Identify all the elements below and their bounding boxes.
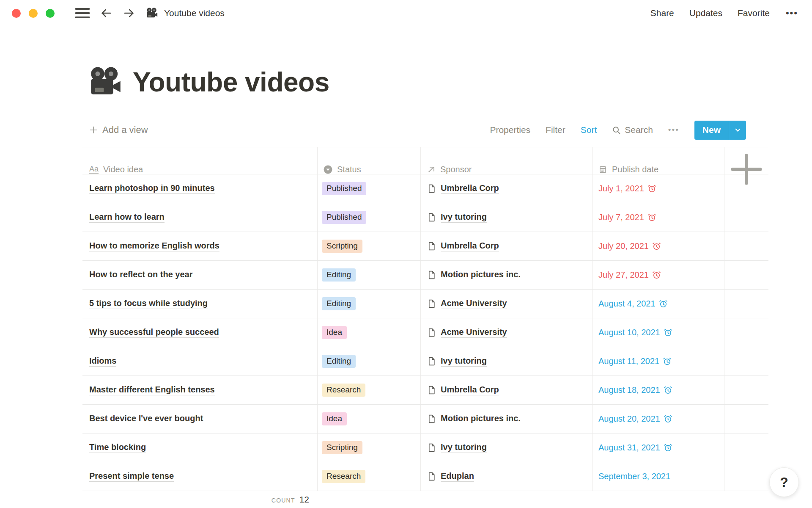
traffic-light-zoom[interactable] (46, 9, 55, 18)
sponsor-link[interactable]: Motion pictures inc. (441, 414, 521, 424)
status-cell[interactable]: Research (318, 376, 421, 404)
new-dropdown-button[interactable] (729, 121, 746, 140)
view-more-options-icon[interactable]: ••• (668, 125, 679, 135)
video-idea-link[interactable]: Present simple tense (89, 471, 174, 482)
updates-button[interactable]: Updates (689, 8, 722, 18)
empty-cell (724, 405, 768, 433)
sponsor-cell[interactable]: Acme University (421, 290, 593, 318)
sponsor-link[interactable]: Umbrella Corp (441, 241, 499, 251)
video-idea-link[interactable]: How to reflect on the year (89, 270, 193, 280)
row-count[interactable]: COUNT 12 (82, 494, 318, 505)
help-button[interactable]: ? (769, 467, 799, 497)
video-idea-cell[interactable]: Present simple tense (82, 462, 318, 491)
video-idea-link[interactable]: Learn how to learn (89, 212, 165, 223)
sponsor-link[interactable]: Umbrella Corp (441, 385, 499, 395)
properties-button[interactable]: Properties (490, 125, 530, 135)
sponsor-cell[interactable]: Eduplan (421, 462, 593, 491)
sponsor-cell[interactable]: Umbrella Corp (421, 232, 593, 260)
sponsor-link[interactable]: Ivy tutoring (441, 356, 487, 367)
forward-arrow-icon[interactable] (123, 7, 135, 19)
publish-date-cell[interactable]: July 27, 2021 (593, 261, 724, 289)
status-badge: Editing (322, 355, 356, 368)
filter-button[interactable]: Filter (546, 125, 565, 135)
sponsor-link[interactable]: Motion pictures inc. (441, 270, 521, 280)
publish-date-cell[interactable]: August 20, 2021 (593, 405, 724, 433)
sponsor-cell[interactable]: Ivy tutoring (421, 203, 593, 232)
video-idea-cell[interactable]: Time blocking (82, 433, 318, 462)
share-button[interactable]: Share (650, 8, 674, 18)
video-idea-cell[interactable]: How to reflect on the year (82, 261, 318, 289)
video-idea-cell[interactable]: 5 tips to focus while studying (82, 290, 318, 318)
status-cell[interactable]: Published (318, 203, 421, 232)
publish-date-cell[interactable]: September 3, 2021 (593, 462, 724, 491)
publish-date-cell[interactable]: August 18, 2021 (593, 376, 724, 404)
video-idea-link[interactable]: Time blocking (89, 442, 146, 453)
status-cell[interactable]: Published (318, 174, 421, 203)
publish-date-cell[interactable]: August 31, 2021 (593, 433, 724, 462)
video-idea-cell[interactable]: How to memorize English words (82, 232, 318, 260)
page-header: Youtube videos (87, 62, 329, 102)
sponsor-cell[interactable]: Umbrella Corp (421, 376, 593, 404)
sponsor-link[interactable]: Ivy tutoring (441, 442, 487, 453)
video-idea-link[interactable]: Master different English tenses (89, 385, 215, 395)
video-idea-cell[interactable]: Idioms (82, 347, 318, 375)
publish-date-cell[interactable]: August 10, 2021 (593, 318, 724, 347)
page-title[interactable]: Youtube videos (133, 66, 329, 98)
status-cell[interactable]: Editing (318, 290, 421, 318)
publish-date-cell[interactable]: July 20, 2021 (593, 232, 724, 260)
publish-date-cell[interactable]: August 11, 2021 (593, 347, 724, 375)
video-idea-cell[interactable]: Master different English tenses (82, 376, 318, 404)
sponsor-cell[interactable]: Motion pictures inc. (421, 405, 593, 433)
status-cell[interactable]: Editing (318, 261, 421, 289)
status-cell[interactable]: Idea (318, 318, 421, 347)
favorite-button[interactable]: Favorite (738, 8, 770, 18)
reminder-clock-icon (652, 242, 661, 251)
video-idea-cell[interactable]: Learn how to learn (82, 203, 318, 232)
status-cell[interactable]: Scripting (318, 433, 421, 462)
back-arrow-icon[interactable] (100, 7, 112, 19)
sort-button[interactable]: Sort (581, 125, 597, 135)
status-badge: Research (322, 384, 365, 397)
status-cell[interactable]: Editing (318, 347, 421, 375)
reminder-clock-icon (664, 443, 672, 452)
table-body: Learn photoshop in 90 minutes Published … (82, 174, 768, 491)
plus-icon (89, 125, 98, 135)
more-options-icon[interactable]: ••• (786, 8, 798, 19)
video-idea-cell[interactable]: Why successful people succeed (82, 318, 318, 347)
new-button[interactable]: New (694, 121, 746, 140)
publish-date-cell[interactable]: July 7, 2021 (593, 203, 724, 232)
traffic-light-minimize[interactable] (29, 9, 38, 18)
video-idea-link[interactable]: Best device I've ever bought (89, 414, 203, 424)
empty-cell (724, 347, 768, 375)
sponsor-link[interactable]: Acme University (441, 327, 507, 338)
video-idea-cell[interactable]: Learn photoshop in 90 minutes (82, 174, 318, 203)
sponsor-link[interactable]: Acme University (441, 298, 507, 309)
page-icon (427, 270, 436, 280)
status-cell[interactable]: Scripting (318, 232, 421, 260)
status-cell[interactable]: Idea (318, 405, 421, 433)
reminder-clock-icon (664, 328, 672, 337)
sponsor-link[interactable]: Eduplan (441, 471, 474, 482)
status-cell[interactable]: Research (318, 462, 421, 491)
publish-date-cell[interactable]: August 4, 2021 (593, 290, 724, 318)
sponsor-cell[interactable]: Acme University (421, 318, 593, 347)
sponsor-cell[interactable]: Ivy tutoring (421, 347, 593, 375)
video-idea-link[interactable]: How to memorize English words (89, 241, 219, 251)
traffic-light-close[interactable] (12, 9, 21, 18)
movie-camera-icon[interactable] (87, 64, 123, 100)
video-idea-cell[interactable]: Best device I've ever bought (82, 405, 318, 433)
sponsor-cell[interactable]: Motion pictures inc. (421, 261, 593, 289)
sponsor-cell[interactable]: Umbrella Corp (421, 174, 593, 203)
sidebar-menu-icon[interactable] (75, 8, 90, 18)
video-idea-link[interactable]: Idioms (89, 356, 116, 367)
publish-date-value: September 3, 2021 (598, 472, 670, 481)
video-idea-link[interactable]: Why successful people succeed (89, 327, 219, 338)
sponsor-cell[interactable]: Ivy tutoring (421, 433, 593, 462)
search-button[interactable]: Search (612, 125, 653, 135)
video-idea-link[interactable]: 5 tips to focus while studying (89, 298, 208, 309)
sponsor-link[interactable]: Umbrella Corp (441, 183, 499, 194)
video-idea-link[interactable]: Learn photoshop in 90 minutes (89, 183, 215, 194)
add-view-button[interactable]: Add a view (89, 124, 148, 135)
publish-date-cell[interactable]: July 1, 2021 (593, 174, 724, 203)
sponsor-link[interactable]: Ivy tutoring (441, 212, 487, 223)
